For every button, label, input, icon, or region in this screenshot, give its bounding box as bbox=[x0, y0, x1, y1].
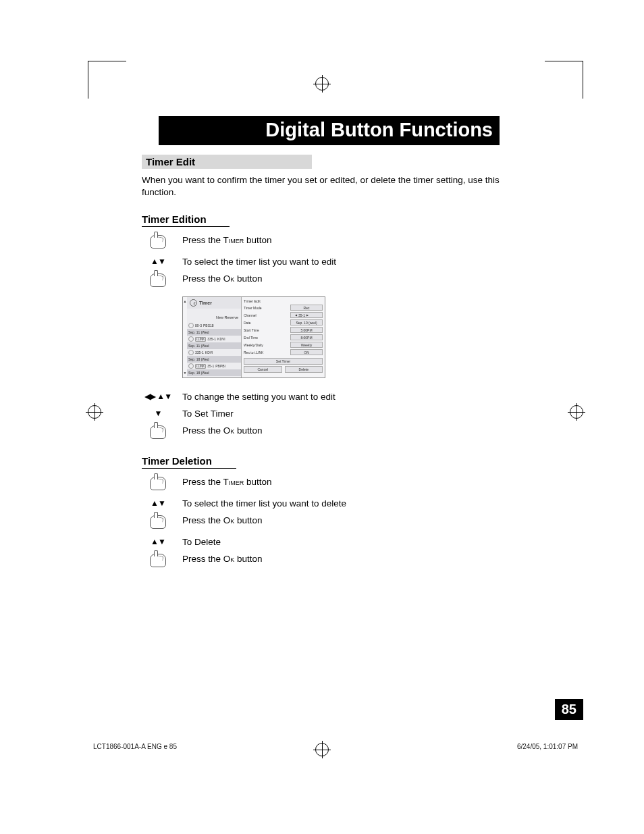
hand-press-icon bbox=[150, 515, 166, 529]
osd-kv-row: Start Time5:00PM bbox=[244, 326, 323, 334]
osd-kv-row: Rec to i.LINKON bbox=[244, 348, 323, 356]
hand-press-icon bbox=[150, 554, 166, 567]
osd-list-item: i.LINK335-1KDVI bbox=[187, 336, 241, 342]
text: To Set Timer bbox=[182, 407, 234, 419]
step-select-list: ▲▼ To select the timer list you want to … bbox=[142, 255, 500, 267]
text: Press the O bbox=[182, 515, 230, 525]
step-d-delete: ▲▼ To Delete bbox=[142, 536, 500, 547]
hand-press-icon bbox=[150, 273, 166, 287]
registration-mark-right bbox=[570, 405, 583, 419]
hand-press-icon bbox=[150, 477, 166, 490]
section-timer-edit-heading: Timer Edit bbox=[142, 155, 312, 169]
text: Press the O bbox=[182, 425, 230, 436]
osd-list-date: Sep. 11 (Wed bbox=[187, 329, 241, 336]
edition-steps: Press the Timer button ▲▼ To select the … bbox=[142, 234, 500, 440]
section-deletion-heading: Timer Deletion bbox=[142, 455, 236, 469]
footer-left: LCT1866-001A-A ENG e 85 bbox=[93, 743, 177, 750]
osd-set-timer: Set Timer bbox=[244, 358, 323, 365]
hand-press-icon bbox=[150, 235, 166, 249]
up-down-icon: ▲▼ bbox=[151, 498, 165, 508]
hand-press-icon bbox=[150, 425, 166, 439]
footer: LCT1866-001A-A ENG e 85 6/24/05, 1:01:07… bbox=[88, 743, 583, 750]
step-d-ok: Press the Ok button bbox=[142, 514, 500, 530]
text: button bbox=[234, 273, 262, 284]
osd-kv-row: DateSep. 10 (wed) bbox=[244, 319, 323, 326]
clock-icon bbox=[190, 299, 197, 307]
crop-mark-tl bbox=[88, 61, 102, 99]
footer-right: 6/24/05, 1:01:07 PM bbox=[517, 743, 578, 750]
text: Press the T bbox=[182, 235, 229, 245]
down-icon: ▼ bbox=[155, 409, 162, 418]
up-down-icon: ▲▼ bbox=[151, 537, 165, 546]
osd-list-item: 80-3PBS18 bbox=[187, 322, 241, 329]
scroll-down-icon: ▼ bbox=[184, 371, 187, 375]
text: To select the timer list you want to del… bbox=[182, 497, 346, 509]
osd-right-panel: Timer Edit Timer ModeRecChannel◀35-1▶Dat… bbox=[242, 297, 325, 377]
deletion-steps: Press the Timer button ▲▼ To select the … bbox=[142, 475, 500, 569]
osd-screenshot: ▲▼ Timer New Reserve 80-3PBS18Sep. 11 (W… bbox=[182, 296, 325, 378]
page-title: Digital Button Functions bbox=[159, 116, 500, 145]
step-change-setting: ◀▶ ▲▼ To change the setting you want to … bbox=[142, 390, 500, 402]
step-press-timer: Press the Timer button bbox=[142, 234, 500, 250]
registration-mark-left bbox=[88, 405, 101, 419]
text: Press the O bbox=[182, 273, 230, 284]
osd-kv-row: End Time8:00PM bbox=[244, 334, 323, 341]
text: imer bbox=[229, 477, 244, 487]
osd-list-date: Sep. 11 (Wed bbox=[187, 342, 241, 349]
section-timer-edit-intro: When you want to confirm the timer you s… bbox=[142, 174, 500, 199]
step-d-ok2: Press the Ok button bbox=[142, 552, 500, 569]
text: button bbox=[244, 235, 271, 245]
up-down-icon: ▲▼ bbox=[151, 257, 165, 266]
osd-edit-title: Timer Edit bbox=[244, 298, 323, 304]
osd-kv-row: Weekly/DailyWeekly bbox=[244, 341, 323, 348]
osd-kv-row: Channel◀35-1▶ bbox=[244, 311, 323, 319]
page-content: Digital Button Functions Timer Edit When… bbox=[142, 116, 500, 569]
osd-kv-row: Timer ModeRec bbox=[244, 304, 323, 311]
text: To change the setting you want to edit bbox=[182, 390, 336, 402]
step-d-select: ▲▼ To select the timer list you want to … bbox=[142, 497, 500, 509]
text: button bbox=[234, 554, 262, 564]
text: button bbox=[234, 425, 262, 436]
osd-delete: Delete bbox=[285, 366, 323, 373]
osd-left-panel: Timer New Reserve 80-3PBS18Sep. 11 (Wedi… bbox=[187, 297, 242, 377]
step-set-timer: ▼ To Set Timer bbox=[142, 407, 500, 419]
scroll-up-icon: ▲ bbox=[184, 300, 187, 303]
step-d-press-timer: Press the Timer button bbox=[142, 475, 500, 492]
osd-cancel: Cancel bbox=[244, 366, 282, 373]
page-number: 85 bbox=[555, 699, 583, 720]
registration-mark-top bbox=[315, 77, 329, 90]
text: To select the timer list you want to edi… bbox=[182, 255, 336, 267]
text: imer bbox=[229, 235, 244, 245]
text: To Delete bbox=[182, 536, 221, 547]
crop-mark-tr bbox=[569, 61, 583, 99]
text: button bbox=[234, 515, 262, 525]
osd-list-date: Sep. 18 (Wed bbox=[187, 369, 241, 376]
osd-title: Timer bbox=[199, 301, 212, 305]
osd-new-reserve: New Reserve bbox=[187, 309, 241, 321]
step-press-ok-2: Press the Ok button bbox=[142, 424, 500, 440]
osd-list-item: 335-1KDVI bbox=[187, 349, 241, 356]
text: Press the T bbox=[182, 477, 229, 487]
osd-list-item: i.LINK35-1PBPBI bbox=[187, 363, 241, 369]
osd-list-date: Sep. 18 (Wed bbox=[187, 356, 241, 363]
nav-arrows-icon: ◀▶ ▲▼ bbox=[144, 392, 171, 401]
text: Press the O bbox=[182, 554, 230, 564]
step-press-ok: Press the Ok button bbox=[142, 272, 500, 288]
section-edition-heading: Timer Edition bbox=[142, 213, 230, 227]
text: button bbox=[244, 477, 271, 487]
